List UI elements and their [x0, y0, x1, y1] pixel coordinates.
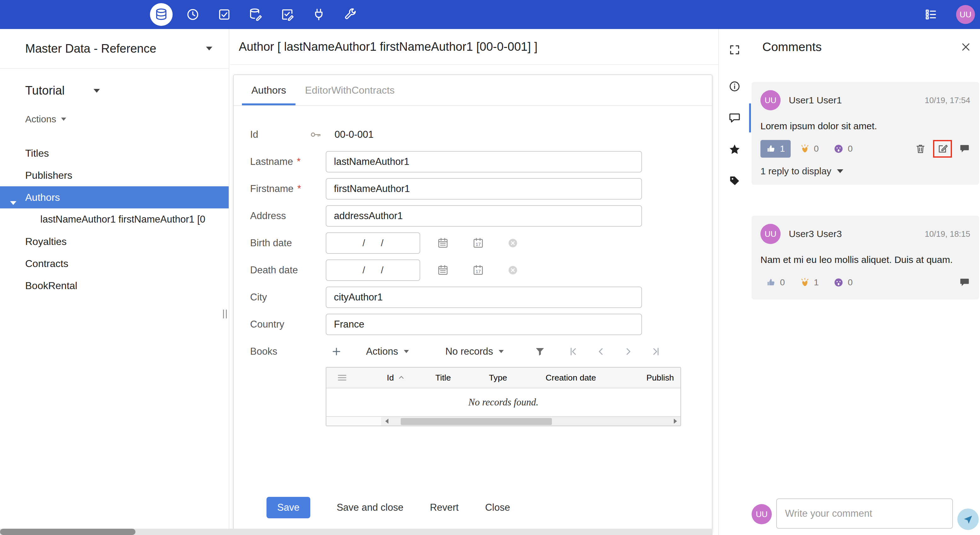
column-header-id[interactable]: Id — [382, 373, 430, 383]
next-page-icon[interactable] — [623, 346, 634, 357]
comments-icon[interactable] — [719, 102, 750, 134]
form-edit-icon[interactable] — [276, 3, 299, 26]
clap-count: 1 — [814, 278, 819, 287]
scrollbar-track[interactable] — [392, 417, 670, 426]
plug-icon[interactable] — [307, 3, 330, 26]
chevron-down-icon — [206, 47, 212, 50]
sidebar-item-titles[interactable]: Titles — [0, 142, 229, 164]
label-text: Lastname — [250, 156, 293, 168]
trash-icon[interactable] — [915, 143, 926, 155]
required-asterisk: * — [298, 183, 301, 195]
sidebar-item-publishers[interactable]: Publishers — [0, 164, 229, 186]
chevron-down-icon — [10, 201, 16, 205]
sidebar-item-royalties[interactable]: Royalties — [0, 230, 229, 252]
close-icon[interactable] — [961, 42, 971, 52]
books-actions-menu[interactable]: Actions — [366, 346, 409, 357]
nav-label: BookRental — [25, 280, 77, 292]
comment-timestamp: 10/19, 17:54 — [924, 96, 970, 105]
comment-author: User3 User3 — [789, 228, 842, 239]
column-header-type[interactable]: Type — [484, 373, 541, 383]
like-button[interactable]: 1 — [760, 140, 791, 158]
calendar-icon[interactable] — [437, 237, 449, 249]
wow-button[interactable]: 0 — [827, 274, 858, 291]
expand-icon[interactable] — [719, 34, 750, 65]
add-record-button[interactable] — [331, 346, 342, 357]
save-and-close-button[interactable]: Save and close — [337, 502, 404, 513]
send-comment-button[interactable] — [957, 508, 979, 530]
page-scrollbar-thumb[interactable] — [0, 529, 135, 535]
row-menu-icon[interactable] — [336, 372, 348, 383]
edit-icon[interactable] — [937, 143, 948, 155]
page-title: Author [ lastNameAuthor1 firstNameAuthor… — [239, 40, 538, 54]
tasks-icon[interactable] — [213, 3, 235, 26]
prev-page-icon[interactable] — [595, 346, 606, 357]
birth-date-input[interactable]: / / — [326, 232, 420, 254]
history-icon[interactable] — [181, 3, 204, 26]
calendar-day-icon[interactable]: 17 — [472, 264, 485, 276]
column-label: Title — [435, 373, 451, 383]
save-button[interactable]: Save — [267, 497, 310, 518]
user-avatar[interactable]: UU — [956, 5, 975, 24]
sidebar-item-bookrental[interactable]: BookRental — [0, 275, 229, 297]
country-input[interactable] — [326, 314, 642, 335]
calendar-icon[interactable] — [437, 264, 449, 276]
scrollbar-thumb[interactable] — [401, 418, 552, 425]
filter-icon[interactable] — [534, 345, 546, 358]
like-count: 1 — [780, 144, 785, 154]
reply-icon[interactable] — [959, 277, 970, 288]
column-header-creation-date[interactable]: Creation date — [541, 373, 641, 383]
page-scrollbar-track[interactable] — [0, 529, 713, 535]
wrench-icon[interactable] — [339, 3, 362, 26]
database-icon[interactable] — [150, 3, 173, 26]
address-input[interactable] — [326, 205, 642, 227]
scroll-right-icon[interactable] — [670, 417, 681, 426]
app-selector[interactable]: Tutorial — [25, 84, 100, 97]
clear-icon[interactable] — [507, 237, 519, 249]
scroll-left-icon[interactable] — [382, 417, 392, 426]
sidebar-actions-menu[interactable]: Actions — [25, 114, 66, 125]
actions-label: Actions — [366, 346, 398, 357]
first-page-icon[interactable] — [567, 346, 579, 357]
like-button[interactable]: 0 — [760, 274, 791, 291]
replies-toggle[interactable]: 1 reply to display — [760, 166, 843, 177]
records-label: No records — [445, 346, 493, 357]
wow-count: 0 — [848, 144, 853, 154]
death-date-input[interactable]: / / — [326, 259, 420, 281]
star-icon[interactable] — [719, 134, 750, 165]
column-label: Type — [489, 373, 507, 383]
records-count-dropdown[interactable]: No records — [445, 346, 504, 357]
firstname-input[interactable] — [326, 178, 642, 200]
column-header-title[interactable]: Title — [430, 373, 484, 383]
last-page-icon[interactable] — [651, 346, 662, 357]
tag-icon[interactable] — [719, 165, 750, 197]
nav-label: Contracts — [25, 258, 68, 270]
wow-button[interactable]: 0 — [827, 140, 858, 158]
data-edit-icon[interactable] — [245, 3, 267, 26]
column-header-publish[interactable]: Publish — [641, 373, 681, 383]
active-panel-indicator — [749, 104, 751, 133]
comment-tools — [915, 140, 970, 158]
list-icon[interactable] — [920, 3, 942, 26]
info-icon[interactable] — [719, 70, 750, 102]
sidebar-item-authors[interactable]: Authors — [0, 186, 229, 208]
clap-button[interactable]: 1 — [794, 274, 825, 291]
clap-button[interactable]: 0 — [794, 140, 825, 158]
nav-label: Royalties — [25, 236, 67, 248]
close-button[interactable]: Close — [485, 502, 510, 513]
city-input[interactable] — [326, 287, 642, 308]
actions-label: Actions — [25, 114, 56, 125]
reply-icon[interactable] — [959, 143, 970, 155]
workspace-selector[interactable]: Master Data - Reference — [0, 29, 229, 69]
column-label: Id — [387, 373, 394, 383]
calendar-day-icon[interactable]: 17 — [472, 237, 485, 249]
form-row-birth-date: Birth date / / 17 — [250, 230, 712, 257]
sidebar-item-author-record[interactable]: lastNameAuthor1 firstNameAuthor1 [0 — [0, 208, 229, 230]
sidebar-resize-handle[interactable] — [223, 310, 227, 318]
lastname-input[interactable] — [326, 151, 642, 172]
comment-input[interactable] — [776, 498, 953, 529]
tab-authors[interactable]: Authors — [242, 75, 296, 105]
sidebar-item-contracts[interactable]: Contracts — [0, 252, 229, 275]
clear-icon[interactable] — [507, 265, 519, 276]
tab-editorwithcontracts[interactable]: EditorWithContracts — [296, 75, 404, 105]
revert-button[interactable]: Revert — [430, 502, 459, 513]
